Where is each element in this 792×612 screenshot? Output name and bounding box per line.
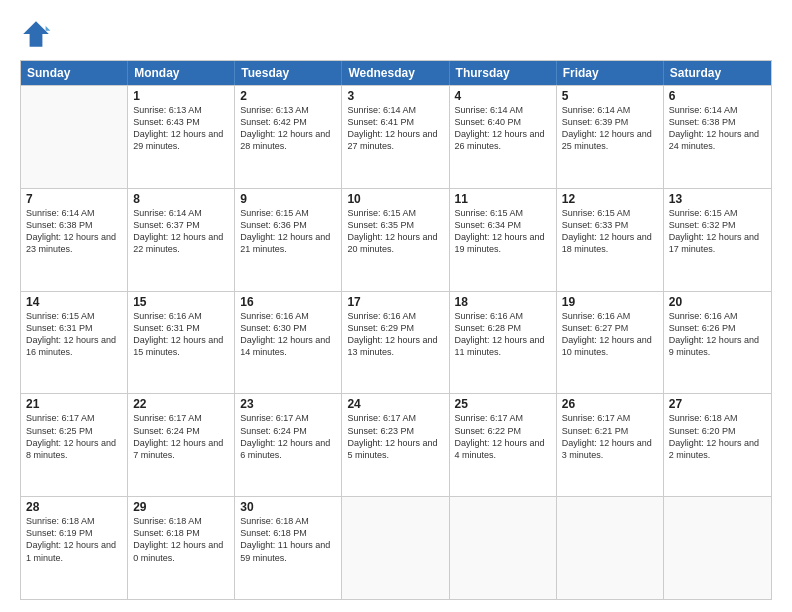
day-number: 26 <box>562 397 658 411</box>
day-cell-23: 23Sunrise: 6:17 AM Sunset: 6:24 PM Dayli… <box>235 394 342 496</box>
day-number: 22 <box>133 397 229 411</box>
calendar-body: 1Sunrise: 6:13 AM Sunset: 6:43 PM Daylig… <box>21 85 771 599</box>
day-info: Sunrise: 6:16 AM Sunset: 6:28 PM Dayligh… <box>455 310 551 359</box>
day-cell-1: 1Sunrise: 6:13 AM Sunset: 6:43 PM Daylig… <box>128 86 235 188</box>
day-cell-6: 6Sunrise: 6:14 AM Sunset: 6:38 PM Daylig… <box>664 86 771 188</box>
day-number: 28 <box>26 500 122 514</box>
day-number: 27 <box>669 397 766 411</box>
day-cell-14: 14Sunrise: 6:15 AM Sunset: 6:31 PM Dayli… <box>21 292 128 394</box>
day-cell-28: 28Sunrise: 6:18 AM Sunset: 6:19 PM Dayli… <box>21 497 128 599</box>
day-info: Sunrise: 6:15 AM Sunset: 6:31 PM Dayligh… <box>26 310 122 359</box>
day-of-week-friday: Friday <box>557 61 664 85</box>
day-info: Sunrise: 6:15 AM Sunset: 6:33 PM Dayligh… <box>562 207 658 256</box>
day-cell-7: 7Sunrise: 6:14 AM Sunset: 6:38 PM Daylig… <box>21 189 128 291</box>
day-cell-2: 2Sunrise: 6:13 AM Sunset: 6:42 PM Daylig… <box>235 86 342 188</box>
day-info: Sunrise: 6:14 AM Sunset: 6:39 PM Dayligh… <box>562 104 658 153</box>
day-number: 21 <box>26 397 122 411</box>
day-info: Sunrise: 6:14 AM Sunset: 6:37 PM Dayligh… <box>133 207 229 256</box>
day-cell-19: 19Sunrise: 6:16 AM Sunset: 6:27 PM Dayli… <box>557 292 664 394</box>
day-number: 3 <box>347 89 443 103</box>
day-cell-26: 26Sunrise: 6:17 AM Sunset: 6:21 PM Dayli… <box>557 394 664 496</box>
calendar-row-2: 7Sunrise: 6:14 AM Sunset: 6:38 PM Daylig… <box>21 188 771 291</box>
day-info: Sunrise: 6:17 AM Sunset: 6:24 PM Dayligh… <box>240 412 336 461</box>
day-cell-8: 8Sunrise: 6:14 AM Sunset: 6:37 PM Daylig… <box>128 189 235 291</box>
day-number: 7 <box>26 192 122 206</box>
day-number: 10 <box>347 192 443 206</box>
day-cell-24: 24Sunrise: 6:17 AM Sunset: 6:23 PM Dayli… <box>342 394 449 496</box>
day-number: 15 <box>133 295 229 309</box>
calendar-row-3: 14Sunrise: 6:15 AM Sunset: 6:31 PM Dayli… <box>21 291 771 394</box>
day-number: 12 <box>562 192 658 206</box>
day-number: 13 <box>669 192 766 206</box>
day-cell-5: 5Sunrise: 6:14 AM Sunset: 6:39 PM Daylig… <box>557 86 664 188</box>
day-cell-4: 4Sunrise: 6:14 AM Sunset: 6:40 PM Daylig… <box>450 86 557 188</box>
empty-cell <box>21 86 128 188</box>
day-number: 14 <box>26 295 122 309</box>
day-cell-9: 9Sunrise: 6:15 AM Sunset: 6:36 PM Daylig… <box>235 189 342 291</box>
empty-cell <box>557 497 664 599</box>
day-cell-3: 3Sunrise: 6:14 AM Sunset: 6:41 PM Daylig… <box>342 86 449 188</box>
day-number: 11 <box>455 192 551 206</box>
day-cell-30: 30Sunrise: 6:18 AM Sunset: 6:18 PM Dayli… <box>235 497 342 599</box>
day-info: Sunrise: 6:16 AM Sunset: 6:30 PM Dayligh… <box>240 310 336 359</box>
day-info: Sunrise: 6:17 AM Sunset: 6:22 PM Dayligh… <box>455 412 551 461</box>
day-info: Sunrise: 6:16 AM Sunset: 6:29 PM Dayligh… <box>347 310 443 359</box>
calendar-row-4: 21Sunrise: 6:17 AM Sunset: 6:25 PM Dayli… <box>21 393 771 496</box>
empty-cell <box>450 497 557 599</box>
day-number: 25 <box>455 397 551 411</box>
day-cell-25: 25Sunrise: 6:17 AM Sunset: 6:22 PM Dayli… <box>450 394 557 496</box>
day-info: Sunrise: 6:15 AM Sunset: 6:36 PM Dayligh… <box>240 207 336 256</box>
day-cell-20: 20Sunrise: 6:16 AM Sunset: 6:26 PM Dayli… <box>664 292 771 394</box>
day-cell-22: 22Sunrise: 6:17 AM Sunset: 6:24 PM Dayli… <box>128 394 235 496</box>
day-info: Sunrise: 6:15 AM Sunset: 6:35 PM Dayligh… <box>347 207 443 256</box>
calendar-row-1: 1Sunrise: 6:13 AM Sunset: 6:43 PM Daylig… <box>21 85 771 188</box>
logo <box>20 18 56 50</box>
day-cell-17: 17Sunrise: 6:16 AM Sunset: 6:29 PM Dayli… <box>342 292 449 394</box>
day-number: 8 <box>133 192 229 206</box>
day-number: 18 <box>455 295 551 309</box>
day-number: 20 <box>669 295 766 309</box>
day-of-week-wednesday: Wednesday <box>342 61 449 85</box>
day-info: Sunrise: 6:14 AM Sunset: 6:38 PM Dayligh… <box>669 104 766 153</box>
day-number: 9 <box>240 192 336 206</box>
day-info: Sunrise: 6:16 AM Sunset: 6:26 PM Dayligh… <box>669 310 766 359</box>
day-number: 16 <box>240 295 336 309</box>
day-cell-10: 10Sunrise: 6:15 AM Sunset: 6:35 PM Dayli… <box>342 189 449 291</box>
day-of-week-tuesday: Tuesday <box>235 61 342 85</box>
day-of-week-monday: Monday <box>128 61 235 85</box>
day-of-week-saturday: Saturday <box>664 61 771 85</box>
day-info: Sunrise: 6:15 AM Sunset: 6:34 PM Dayligh… <box>455 207 551 256</box>
day-number: 2 <box>240 89 336 103</box>
day-cell-18: 18Sunrise: 6:16 AM Sunset: 6:28 PM Dayli… <box>450 292 557 394</box>
svg-marker-0 <box>23 21 49 47</box>
day-number: 17 <box>347 295 443 309</box>
calendar-header: SundayMondayTuesdayWednesdayThursdayFrid… <box>21 61 771 85</box>
day-info: Sunrise: 6:18 AM Sunset: 6:19 PM Dayligh… <box>26 515 122 564</box>
day-info: Sunrise: 6:13 AM Sunset: 6:43 PM Dayligh… <box>133 104 229 153</box>
page: SundayMondayTuesdayWednesdayThursdayFrid… <box>0 0 792 612</box>
day-info: Sunrise: 6:17 AM Sunset: 6:25 PM Dayligh… <box>26 412 122 461</box>
day-cell-15: 15Sunrise: 6:16 AM Sunset: 6:31 PM Dayli… <box>128 292 235 394</box>
day-info: Sunrise: 6:17 AM Sunset: 6:23 PM Dayligh… <box>347 412 443 461</box>
day-cell-21: 21Sunrise: 6:17 AM Sunset: 6:25 PM Dayli… <box>21 394 128 496</box>
day-info: Sunrise: 6:18 AM Sunset: 6:18 PM Dayligh… <box>240 515 336 564</box>
day-number: 23 <box>240 397 336 411</box>
day-cell-27: 27Sunrise: 6:18 AM Sunset: 6:20 PM Dayli… <box>664 394 771 496</box>
calendar-row-5: 28Sunrise: 6:18 AM Sunset: 6:19 PM Dayli… <box>21 496 771 599</box>
day-number: 6 <box>669 89 766 103</box>
day-info: Sunrise: 6:18 AM Sunset: 6:18 PM Dayligh… <box>133 515 229 564</box>
day-cell-16: 16Sunrise: 6:16 AM Sunset: 6:30 PM Dayli… <box>235 292 342 394</box>
day-info: Sunrise: 6:14 AM Sunset: 6:40 PM Dayligh… <box>455 104 551 153</box>
day-info: Sunrise: 6:15 AM Sunset: 6:32 PM Dayligh… <box>669 207 766 256</box>
day-number: 30 <box>240 500 336 514</box>
day-info: Sunrise: 6:14 AM Sunset: 6:41 PM Dayligh… <box>347 104 443 153</box>
day-info: Sunrise: 6:18 AM Sunset: 6:20 PM Dayligh… <box>669 412 766 461</box>
day-info: Sunrise: 6:16 AM Sunset: 6:31 PM Dayligh… <box>133 310 229 359</box>
day-number: 1 <box>133 89 229 103</box>
day-cell-12: 12Sunrise: 6:15 AM Sunset: 6:33 PM Dayli… <box>557 189 664 291</box>
day-of-week-thursday: Thursday <box>450 61 557 85</box>
empty-cell <box>342 497 449 599</box>
day-of-week-sunday: Sunday <box>21 61 128 85</box>
day-info: Sunrise: 6:17 AM Sunset: 6:21 PM Dayligh… <box>562 412 658 461</box>
day-number: 29 <box>133 500 229 514</box>
